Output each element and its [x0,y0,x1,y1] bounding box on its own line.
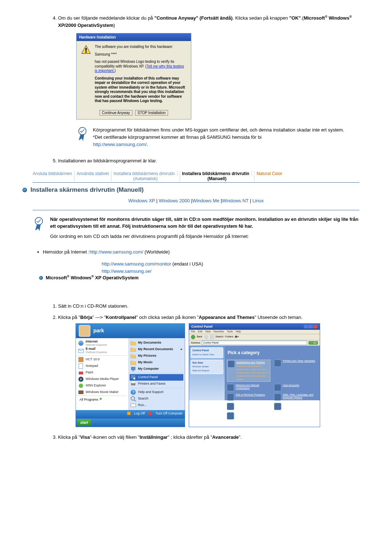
continue-anyway-button[interactable]: Continue Anyway [99,110,132,116]
cat-performance[interactable]: Performance and Maintenance [227,412,270,420]
run-icon [130,402,136,408]
menu-item-recent[interactable]: My Recent Documents ▸ [130,346,183,353]
cert-line2: *Det certifierade körprogrammet kommer a… [93,134,344,141]
minimize-icon[interactable] [304,325,308,328]
datetime-icon [274,393,281,401]
menu-item-pics[interactable]: My Pictures [130,353,183,359]
os-xp-heading: Microsoft® Windows® XP OperativSystem [39,275,359,280]
folder-icon [130,353,136,359]
menu-item-msn[interactable]: MSN Explorer [77,382,127,389]
switch-classic-link[interactable]: Switch to Classic View [192,353,221,357]
hw-line1: The software you are installing for this… [95,45,187,49]
sounds-icon [227,403,234,410]
svg-rect-20 [132,382,135,383]
step4-continue: "Continue Anyway" (Fortsätt ändå) [154,15,233,21]
menu-item-notepad[interactable]: Notepad [77,363,127,369]
accessibility-icon [274,403,281,410]
avatar [79,325,90,337]
go-button[interactable]: → Go [309,341,318,345]
controlpanel-icon [130,374,136,380]
menu-item-wmm[interactable]: Windows Movie Maker [77,389,127,396]
help-support-link[interactable]: Help and Support [192,369,221,373]
hw-warn-text: Continuing your installation of this sof… [95,76,187,104]
power-icon [148,411,152,416]
users-icon [274,384,281,391]
menu-item-run[interactable]: Run... [130,402,183,409]
os-linux[interactable]: Linux [252,198,264,203]
menu-item-wmp[interactable]: Windows Media Player [77,376,127,382]
tab-stand[interactable]: Använda stativet [74,171,111,182]
search-icon [130,396,136,402]
menu-item-search[interactable]: Search [130,396,183,402]
menu-tools[interactable]: Tools [227,330,233,333]
menu-item-printers[interactable]: Printers and Faxes [130,381,183,387]
turnoff-button[interactable]: Turn Off Computer [148,411,183,416]
cat-users[interactable]: User Accounts [274,384,318,391]
menu-view[interactable]: View [205,330,211,333]
certification-note: Körprogrammet för bildskärmen finns unde… [76,127,359,149]
cat-sounds[interactable]: Sounds, Speech, and Audio Devices [227,403,270,410]
performance-icon [227,412,234,420]
tab-row: Ansluta bildskärmen Använda stativet Ins… [33,171,359,183]
menu-item-mydocs[interactable]: My Documents [130,340,183,346]
os-2000[interactable]: Windows 2000 [159,198,190,203]
menu-file[interactable]: File [191,330,195,333]
cat-printers[interactable]: Printers and Other Hardware [274,360,318,382]
logoff-button[interactable]: Log Off [127,411,145,416]
menu-help[interactable]: Help [236,330,241,333]
printer-icon [130,381,136,387]
samsung-url[interactable]: http://www.samsung.com/ [93,142,147,147]
close-icon[interactable] [313,325,318,328]
menu-item-email[interactable]: E-mailOutlook Express [77,347,127,355]
svg-rect-16 [132,370,134,371]
cp-menubar: File Edit View Favorites Tools Help [189,330,320,334]
up-icon[interactable] [210,335,214,339]
os-nt[interactable]: Windows NT [222,198,248,203]
os-me[interactable]: Windows Me [192,198,219,203]
menu-item-mycomp[interactable]: My Computer [130,366,183,372]
tab-driver-auto[interactable]: Installera bildskärmens drivrutin(Automa… [111,171,180,182]
stop-installation-button[interactable]: STOP Installation [135,110,168,116]
cat-accessibility[interactable]: Accessibility Options [274,403,318,410]
cat-appearance-themes[interactable]: Appearance and ThemesChange the appearan… [227,360,270,382]
menu-item-controlpanel[interactable]: Control Panel [130,374,183,381]
menu-item-music[interactable]: My Music [130,359,183,366]
control-panel-screenshot: Control Panel File Edit View Favorites T… [189,323,320,427]
forward-icon[interactable] [204,335,208,339]
menu-item-internet[interactable]: InternetInternet Explorer [77,340,127,347]
os-xp[interactable]: Windows XP [128,198,155,203]
svg-rect-15 [131,367,135,370]
menu-item-hct[interactable]: HCT 10.0 [77,356,127,363]
url-samsung-se[interactable]: http://www.samsung.se/ [102,268,151,274]
menu-edit[interactable]: Edit [198,330,202,333]
url-samsung-monitor[interactable]: http://www.samsung.com/monitor [102,261,171,267]
cat-datetime[interactable]: Date, Time, Language, and Regional Optio… [274,393,318,401]
svg-marker-14 [100,397,102,400]
wmp-icon [78,376,84,382]
menu-item-help[interactable]: ?Help and Support [130,389,183,396]
back-icon[interactable] [191,335,195,339]
tab-natural-color[interactable]: Natural Color [254,171,285,182]
dialog-title: Hardware Installation [77,33,191,41]
all-programs[interactable]: All Programs [77,396,127,404]
tab-connect[interactable]: Ansluta bildskärmen [33,171,74,182]
menu-fav[interactable]: Favorites [213,330,224,333]
certified-icon [76,127,89,149]
menu-item-paint[interactable]: Paint [77,369,127,376]
step4-text: Om du ser följande meddelande klickar du… [58,15,154,21]
start-button[interactable]: start [77,419,91,426]
intro-p2: Gör iordning en tom CD och ladda ner dri… [50,233,359,240]
appearance-icon [228,360,235,368]
cp-window-title: Control Panel [191,324,213,329]
cp-left-pane1: Control Panel Switch to Classic View [191,347,223,358]
windows-update-link[interactable]: Windows Update [192,365,221,369]
tab-driver-manual[interactable]: Installera bildskärmens drivrutin(Manuel… [180,171,254,182]
url-samsung-com[interactable]: http://www.samsung.com/ [90,249,143,255]
address-input[interactable]: Control Panel [202,341,307,345]
svg-point-27 [148,412,152,416]
cat-addremove[interactable]: Add or Remove Programs [227,393,270,401]
maximize-icon[interactable] [309,325,313,328]
section-title: Installera skärmens drivrutin (Manuell) [30,186,144,194]
svg-point-12 [79,384,83,388]
cat-network[interactable]: Network and Internet Connections [227,384,270,391]
